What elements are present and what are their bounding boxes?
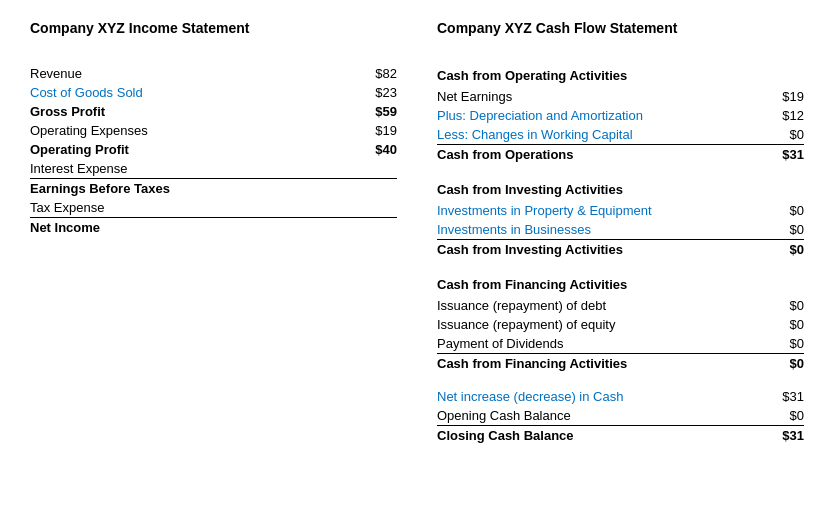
income-row-value: $19: [357, 123, 397, 138]
cashflow-row-label: Issuance (repayment) of equity: [437, 317, 764, 332]
cashflow-row: Net Earnings$19: [437, 87, 804, 106]
income-row-label: Interest Expense: [30, 161, 357, 176]
cashflow-row-value: $0: [764, 336, 804, 351]
cashflow-row-value: $19: [764, 89, 804, 104]
cashflow-row-label: Net Earnings: [437, 89, 764, 104]
income-row: Interest Expense: [30, 159, 397, 179]
income-row-label: Revenue: [30, 66, 357, 81]
income-row: Operating Profit$40: [30, 140, 397, 159]
cashflow-row-value: $0: [764, 203, 804, 218]
cashflow-row-value: $0: [764, 242, 804, 257]
income-row-value: [357, 161, 397, 176]
cashflow-row: Investments in Businesses$0: [437, 220, 804, 240]
cashflow-section-title: Cash from Financing Activities: [437, 277, 804, 292]
cashflow-title: Company XYZ Cash Flow Statement: [437, 20, 804, 36]
cashflow-row-label: Investments in Property & Equipment: [437, 203, 764, 218]
cashflow-row: Plus: Depreciation and Amortization$12: [437, 106, 804, 125]
cashflow-row: Investments in Property & Equipment$0: [437, 201, 804, 220]
cashflow-row-value: $0: [764, 222, 804, 237]
cashflow-row: Cash from Investing Activities$0: [437, 240, 804, 259]
income-row-label: Gross Profit: [30, 104, 357, 119]
income-row-label: Earnings Before Taxes: [30, 181, 357, 196]
cashflow-row-value: $31: [764, 428, 804, 443]
cashflow-row-label: Net increase (decrease) in Cash: [437, 389, 764, 404]
income-row-label: Cost of Goods Sold: [30, 85, 357, 100]
income-row-label: Net Income: [30, 220, 357, 235]
cashflow-row-value: $12: [764, 108, 804, 123]
cashflow-section-title: Cash from Investing Activities: [437, 182, 804, 197]
income-row-value: [357, 220, 397, 235]
cashflow-row-value: $31: [764, 147, 804, 162]
income-row: Operating Expenses$19: [30, 121, 397, 140]
income-row: Earnings Before Taxes: [30, 179, 397, 198]
income-title: Company XYZ Income Statement: [30, 20, 397, 36]
income-row-value: $59: [357, 104, 397, 119]
cashflow-row-value: $0: [764, 356, 804, 371]
cashflow-row: Payment of Dividends$0: [437, 334, 804, 354]
cashflow-section-title: Cash from Operating Activities: [437, 68, 804, 83]
income-row: Cost of Goods Sold$23: [30, 83, 397, 102]
income-row-value: $40: [357, 142, 397, 157]
income-row: Net Income: [30, 218, 397, 237]
income-row-value: [357, 181, 397, 196]
income-statement: Company XYZ Income Statement Revenue$82C…: [30, 20, 397, 445]
income-row-value: $23: [357, 85, 397, 100]
cashflow-row-label: Cash from Investing Activities: [437, 242, 764, 257]
cashflow-row-label: Less: Changes in Working Capital: [437, 127, 764, 142]
cashflow-row: Less: Changes in Working Capital$0: [437, 125, 804, 145]
cashflow-row: Net increase (decrease) in Cash$31: [437, 387, 804, 406]
cashflow-row-label: Issuance (repayment) of debt: [437, 298, 764, 313]
cashflow-row: Issuance (repayment) of equity$0: [437, 315, 804, 334]
income-row-label: Tax Expense: [30, 200, 357, 215]
income-row: Revenue$82: [30, 64, 397, 83]
cashflow-statement: Company XYZ Cash Flow Statement Cash fro…: [437, 20, 804, 445]
cashflow-row: Issuance (repayment) of debt$0: [437, 296, 804, 315]
cashflow-row-label: Closing Cash Balance: [437, 428, 764, 443]
cashflow-row-label: Cash from Financing Activities: [437, 356, 764, 371]
income-row: Tax Expense: [30, 198, 397, 218]
income-row-label: Operating Expenses: [30, 123, 357, 138]
cashflow-row-label: Payment of Dividends: [437, 336, 764, 351]
cashflow-row-value: $31: [764, 389, 804, 404]
cashflow-row-label: Opening Cash Balance: [437, 408, 764, 423]
cashflow-row: Cash from Operations$31: [437, 145, 804, 164]
cashflow-row-label: Investments in Businesses: [437, 222, 764, 237]
cashflow-row: Opening Cash Balance$0: [437, 406, 804, 426]
income-row-value: [357, 200, 397, 215]
cashflow-row-value: $0: [764, 298, 804, 313]
income-row-label: Operating Profit: [30, 142, 357, 157]
cashflow-row-label: Plus: Depreciation and Amortization: [437, 108, 764, 123]
cashflow-row-value: $0: [764, 127, 804, 142]
cashflow-row: Cash from Financing Activities$0: [437, 354, 804, 373]
income-row: Gross Profit$59: [30, 102, 397, 121]
cashflow-row-value: $0: [764, 408, 804, 423]
income-row-value: $82: [357, 66, 397, 81]
cashflow-row-label: Cash from Operations: [437, 147, 764, 162]
cashflow-row-value: $0: [764, 317, 804, 332]
cashflow-row: Closing Cash Balance$31: [437, 426, 804, 445]
